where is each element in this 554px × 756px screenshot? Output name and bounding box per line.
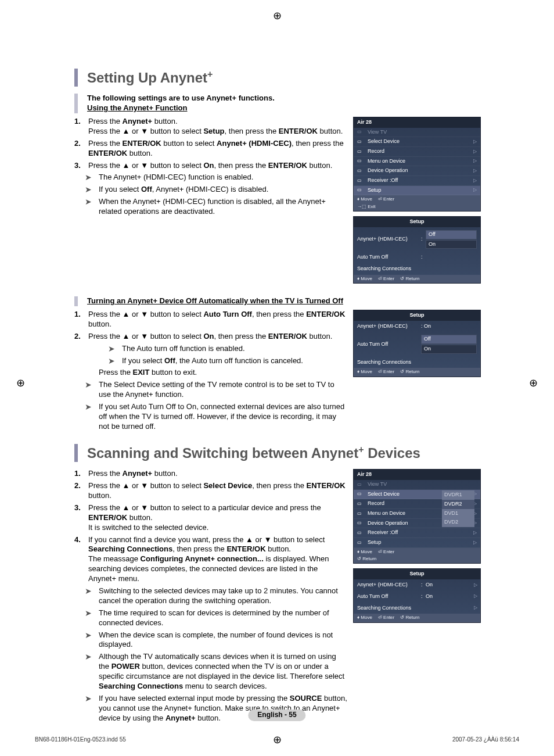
chevron-right-icon: ▷ — [474, 605, 477, 611]
step-number: 2. — [74, 332, 88, 342]
popup-device-item: DVD1 — [442, 509, 474, 518]
chevron-right-icon: ▷ — [473, 178, 477, 184]
step-text: Press the ▲ or ▼ button to select Auto T… — [88, 310, 347, 329]
section-title-2: Scanning and Switching between Anynet+ D… — [74, 444, 481, 462]
note-text: If you select Off, Anynet+ (HDMI-CEC) is… — [99, 185, 347, 195]
note-arrow-icon: ➤ — [85, 586, 99, 596]
popup-device-item: DVDR2 — [442, 500, 474, 509]
osd-menu-item: ▭Receiver :Off▷ — [354, 176, 480, 186]
note-item: ➤If you set Auto Turn Off to On, connect… — [85, 402, 347, 432]
note-arrow-icon: ➤ — [85, 185, 99, 195]
note-arrow-icon: ➤ — [85, 173, 99, 182]
note-arrow-icon: ➤ — [108, 344, 122, 354]
note-text: When the device scan is complete, the nu… — [99, 630, 347, 650]
menu-item-label: Setup — [368, 539, 382, 546]
step-item: 4.If you cannot find a device you want, … — [74, 535, 347, 584]
setup2-row-searching: Searching Connections — [354, 357, 480, 368]
menu-item-icon: ▭ — [357, 520, 365, 526]
document-footer: BN68-01186H-01Eng-0523.indd 55 2007-05-2… — [35, 736, 519, 743]
setup-label: Anynet+ (HDMI-CEC) — [357, 582, 421, 589]
note-arrow-icon: ➤ — [85, 608, 99, 618]
menu-item-icon: ▭ — [357, 511, 365, 517]
menu-item-label: Menu on Device — [368, 510, 405, 517]
note-text: If you set Auto Turn Off to On, connecte… — [99, 402, 347, 432]
note-arrow-icon: ➤ — [108, 356, 122, 366]
menu-item-icon: ▭ — [357, 491, 365, 497]
setup-row: Anynet+ (HDMI-CEC):On▷ — [354, 579, 480, 591]
step-item: 2.Press the ▲ or ▼ button to select On, … — [74, 332, 347, 342]
menu-item-label: Device Operation — [368, 520, 408, 527]
popup-device-item: DVDR1 — [442, 490, 474, 500]
setup2-row-auto: Auto Turn Off Off On — [354, 332, 480, 356]
setup2-row-cec: Anynet+ (HDMI-CEC) : On — [354, 321, 480, 332]
menu-item-label: Record — [368, 148, 384, 155]
osd-header-2: Air 28 — [354, 470, 480, 480]
menu-item-label: Select Device — [368, 491, 400, 498]
popup-device-item: DVD2 — [442, 518, 474, 527]
setup-row-cec: Anynet+ (HDMI-CEC) : Off On — [354, 227, 480, 252]
chevron-right-icon: ▷ — [474, 593, 477, 599]
setup-label: Searching Connections — [357, 605, 421, 612]
step-item: 3.Press the ▲ or ▼ button to select On, … — [74, 161, 347, 171]
footer-filename: BN68-01186H-01Eng-0523.indd 55 — [35, 736, 126, 743]
step-text: Press the ▲ or ▼ button to select Select… — [88, 481, 347, 501]
footer-move: ♦ Move — [357, 196, 372, 202]
chevron-right-icon: ▷ — [473, 158, 477, 164]
step-number: 1. — [74, 310, 88, 329]
osd-footer-2: ♦ Move ⏎ Enter — [354, 548, 480, 556]
osd-menu-item: ▭Receiver :Off▷ — [354, 528, 480, 538]
note-item: ➤When the Anynet+ (HDMI-CEC) function is… — [85, 197, 347, 217]
registration-mark-top: ⊕ — [273, 9, 282, 23]
exit-line: Press the EXIT button to exit. — [99, 368, 347, 378]
section-scanning: Scanning and Switching between Anynet+ D… — [74, 444, 481, 726]
steps-list-2: 1.Press the ▲ or ▼ button to select Auto… — [74, 310, 347, 342]
footer-enter: ⏎ Enter — [378, 196, 394, 202]
osd-footer: ♦ Move ⏎ Enter — [354, 195, 480, 203]
note-item: ➤If you have selected external input mod… — [85, 694, 347, 723]
osd-menu-item: ▭Select Device▷ — [354, 137, 480, 147]
step-number: 2. — [74, 481, 88, 501]
note-arrow-icon: ➤ — [85, 652, 99, 662]
intro-block-1: The following settings are to use Anynet… — [74, 94, 481, 113]
chevron-right-icon: ▷ — [473, 187, 477, 193]
registration-mark-left: ⊕ — [16, 377, 25, 390]
menu-item-icon: ▭ — [357, 178, 365, 184]
note-item: ➤The Auto turn off function is enabled. — [108, 344, 347, 354]
manual-page: ⊕ ⊕ ⊕ ⊕ Setting Up Anynet+ The following… — [0, 0, 554, 756]
note-text: When the Anynet+ (HDMI-CEC) function is … — [99, 197, 347, 217]
chevron-right-icon: ▷ — [474, 582, 477, 588]
section-title-1: Setting Up Anynet+ — [74, 69, 481, 87]
osd-setup-panel-3: Setup Anynet+ (HDMI-CEC):On▷Auto Turn Of… — [353, 568, 481, 622]
osd-setup-panel-2: Setup Anynet+ (HDMI-CEC) : On Auto Turn … — [353, 310, 481, 377]
step-item: 1.Press the ▲ or ▼ button to select Auto… — [74, 310, 347, 329]
note-item: ➤Switching to the selected devices may t… — [85, 586, 347, 606]
step-text: Press the ▲ or ▼ button to select On, th… — [88, 161, 347, 171]
step-number: 1. — [74, 117, 88, 137]
chevron-right-icon: ▷ — [473, 530, 477, 536]
title-text-2: Scanning and Switching between Anynet — [87, 445, 358, 461]
subheading-using: Using the Anynet+ Function — [87, 103, 481, 113]
note-text: Switching to the selected devices may ta… — [99, 586, 347, 606]
menu-item-icon: ▭ — [357, 501, 365, 507]
option-off: Off — [426, 230, 477, 239]
setup-row: Auto Turn Off:On▷ — [354, 591, 480, 603]
footer-timestamp: 2007-05-23 ¿ÀÀü 8:56:14 — [452, 736, 519, 743]
menu-item-icon: ▭ — [357, 139, 365, 145]
setup-row-searching: Searching Connections — [354, 263, 480, 275]
osd-setup-header: Setup — [354, 217, 480, 227]
subnotes-list-2: ➤The Auto turn off function is enabled.➤… — [98, 344, 347, 366]
section-setup-anynet: Setting Up Anynet+ The following setting… — [74, 69, 481, 434]
step-text: Press the Anynet+ button. — [88, 469, 347, 479]
menu-item-label: Setup — [368, 187, 382, 194]
note-arrow-icon: ➤ — [85, 402, 99, 412]
note-item: ➤The time required to scan for devices i… — [85, 608, 347, 628]
osd-menu-item: ▭Record▷ — [354, 147, 480, 157]
menu-item-label: Receiver :Off — [368, 529, 398, 536]
setup-row: Searching Connections▷ — [354, 603, 480, 614]
step-item: 1.Press the Anynet+ button.Press the ▲ o… — [74, 117, 347, 137]
step-text: Press the ▲ or ▼ button to select On, th… — [88, 332, 347, 342]
menu-item-label: Device Operation — [368, 167, 408, 174]
menu-item-icon: ▭ — [357, 540, 365, 546]
menu-item-label: Receiver :Off — [368, 177, 398, 184]
steps-list-3: 1.Press the Anynet+ button.2.Press the ▲… — [74, 469, 347, 584]
